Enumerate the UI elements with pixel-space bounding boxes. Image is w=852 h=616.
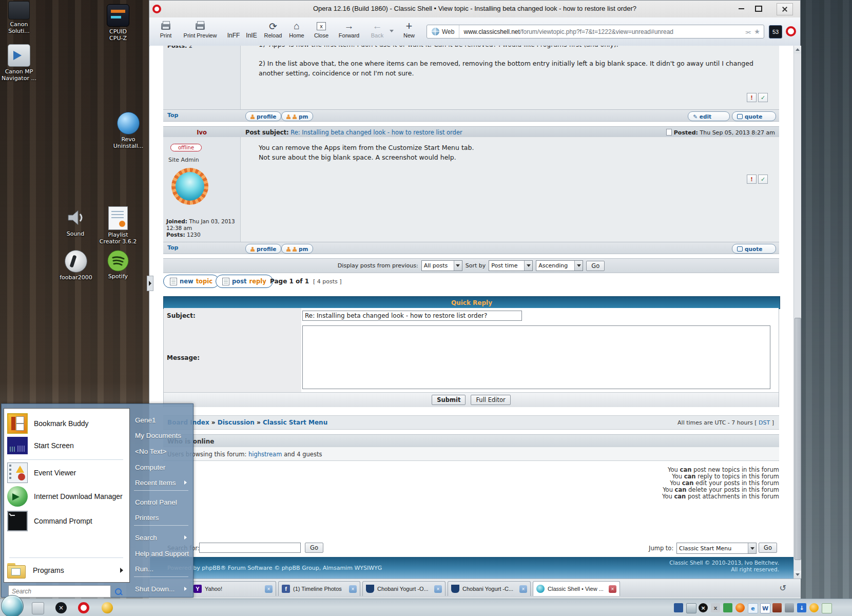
report-post-button[interactable]: !	[747, 175, 757, 184]
quote-button[interactable]: quote	[732, 111, 776, 121]
menu-item-printers[interactable]: Printers	[135, 511, 190, 524]
quicklaunch-gold-icon[interactable]	[102, 602, 113, 613]
bookmark-star-icon[interactable]: ★	[754, 28, 760, 35]
user-link[interactable]: highstream	[248, 451, 282, 458]
tray-display-icon[interactable]	[674, 603, 683, 612]
url-text[interactable]: www.classicshell.net/forum/viewtopic.php…	[459, 28, 745, 35]
quicklaunch-opera-icon[interactable]	[78, 602, 89, 613]
post-subject-link[interactable]: Re: Installing beta changed look - how t…	[291, 129, 462, 136]
vertical-scrollbar[interactable]	[793, 46, 801, 579]
submit-button[interactable]: Submit	[432, 395, 466, 405]
tray-winrar-icon[interactable]	[772, 603, 782, 612]
display-go-button[interactable]: Go	[586, 261, 605, 271]
new-tab-button[interactable]: + New	[400, 21, 418, 43]
menu-item-start-screen[interactable]: Start Screen	[7, 436, 126, 455]
desktop-icon-revo-uninstaller[interactable]: RevoUninstall...	[105, 112, 151, 149]
closed-tabs-trash-icon[interactable]: ↺	[780, 583, 786, 593]
full-editor-button[interactable]: Full Editor	[471, 395, 510, 405]
close-button[interactable]	[777, 3, 793, 15]
sort-by-select[interactable]: Post time	[489, 260, 533, 271]
sort-dir-select[interactable]: Ascending	[536, 260, 583, 271]
desktop-icon-canon-mp-navigator[interactable]: Canon MPNavigator ...	[0, 44, 42, 82]
print-button[interactable]: Print	[156, 21, 176, 43]
menu-item-idm[interactable]: Internet Download Manager	[7, 486, 126, 507]
pm-button[interactable]: pm	[281, 111, 313, 121]
tray-green-icon[interactable]	[723, 603, 732, 612]
desktop-icon-playlist-creator[interactable]: PlaylistCreator 3.6.2	[95, 206, 141, 245]
start-menu-search-input[interactable]	[8, 585, 111, 598]
display-posts-select[interactable]: All posts	[421, 260, 462, 271]
tray-notes-icon[interactable]	[822, 603, 832, 613]
tab-chobani-2[interactable]: Chobani Yogurt -C... ×	[448, 581, 531, 596]
top-link[interactable]: Top	[167, 244, 178, 251]
menu-item-computer[interactable]: Computer	[135, 460, 190, 474]
tab-close-icon[interactable]: ×	[349, 585, 357, 593]
menu-item-help-and-support[interactable]: Help and Support	[135, 547, 190, 560]
dst-link[interactable]: DST	[759, 419, 770, 426]
start-button[interactable]	[1, 595, 24, 616]
scroll-down-button[interactable]	[794, 571, 801, 579]
pm-button[interactable]: pm	[281, 244, 313, 254]
quicklaunch-x-icon[interactable]: ×	[55, 602, 67, 613]
top-link[interactable]: Top	[167, 112, 178, 119]
menu-item-programs[interactable]: Programs	[7, 561, 126, 580]
title-bar[interactable]: Opera 12.16 (Build 1860) - Classic Shell…	[149, 1, 800, 18]
desktop-icon-sound[interactable]: Sound	[52, 206, 99, 237]
avatar[interactable]	[171, 168, 208, 205]
profile-button[interactable]: profile	[245, 244, 281, 254]
tab-close-icon[interactable]: ×	[609, 585, 616, 593]
opera-panel-icon[interactable]	[786, 26, 796, 36]
new-topic-button[interactable]: newtopic	[163, 275, 219, 288]
home-button[interactable]: ⌂ Home	[286, 21, 307, 43]
forum-search-go-button[interactable]: Go	[305, 543, 323, 553]
menu-item-my-documents[interactable]: My Documents	[135, 429, 190, 442]
desktop-icon-canon-solutions[interactable]: CanonSoluti...	[0, 1, 42, 34]
menu-item-control-panel[interactable]: Control Panel	[135, 495, 190, 509]
post-author[interactable]: Ivo	[163, 129, 240, 136]
menu-item-shut-down[interactable]: Shut Down...	[135, 582, 190, 595]
menu-item-search[interactable]: Search	[135, 531, 190, 544]
subject-input[interactable]	[302, 311, 522, 321]
profile-button[interactable]: profile	[245, 111, 281, 121]
menu-item-event-viewer[interactable]: Event Viewer	[7, 462, 126, 484]
address-bar[interactable]: Web www.classicshell.net/forum/viewtopic…	[427, 25, 764, 38]
jump-go-button[interactable]: Go	[759, 543, 777, 553]
address-mode[interactable]: Web	[427, 25, 459, 38]
opera-panel-toggle[interactable]	[147, 276, 153, 291]
tab-timeline-photos[interactable]: f (1) Timeline Photos ×	[278, 581, 360, 596]
tray-word-icon[interactable]: W	[760, 603, 770, 613]
minimize-button[interactable]	[733, 3, 749, 14]
tray-drive-icon[interactable]	[785, 603, 794, 612]
tray-x-app-icon[interactable]: ×	[699, 603, 708, 612]
badge-53-icon[interactable]: 53	[769, 25, 782, 38]
desktop-icon-foobar2000[interactable]: foobar2000	[53, 250, 99, 281]
inff-button[interactable]: InFF	[224, 21, 243, 43]
scroll-up-button[interactable]	[794, 46, 801, 53]
print-preview-button[interactable]: Print Preview	[178, 21, 222, 43]
quicklaunch-window-icon[interactable]	[32, 602, 44, 614]
tab-close-icon[interactable]: ×	[519, 585, 527, 593]
inie-button[interactable]: InIE	[243, 21, 260, 43]
tray-idm-icon[interactable]: ↓	[797, 603, 806, 612]
breadcrumb-section[interactable]: Classic Start Menu	[263, 419, 327, 426]
forward-button[interactable]: → Forward	[335, 21, 363, 43]
message-textarea[interactable]	[302, 325, 770, 389]
tab-close-icon[interactable]: ×	[434, 585, 442, 593]
tab-yahoo[interactable]: Y Yahoo! ×	[190, 581, 276, 596]
approve-post-button[interactable]: ✓	[758, 175, 768, 184]
tray-ie-icon[interactable]: e	[748, 603, 758, 613]
report-post-button[interactable]: !	[747, 93, 757, 102]
menu-item-bookmark-buddy[interactable]: Bookmark Buddy	[7, 413, 126, 434]
menu-item-run[interactable]: Run...	[135, 562, 190, 575]
scrollbar-thumb[interactable]	[795, 318, 801, 560]
desktop-icon-cpuz[interactable]: CPUIDCPU-Z	[95, 4, 141, 42]
maximize-button[interactable]	[751, 3, 766, 14]
jump-to-select[interactable]: Classic Start Menu	[676, 543, 757, 554]
quote-button[interactable]: quote	[732, 244, 776, 254]
rss-icon[interactable]: ⫘	[746, 28, 751, 35]
reload-button[interactable]: ⟳ Reload	[261, 21, 285, 43]
forum-search-input[interactable]	[199, 543, 301, 553]
edit-post-button[interactable]: ✎edit	[688, 111, 730, 121]
breadcrumb-discussion[interactable]: Discussion	[218, 419, 255, 426]
menu-item-user[interactable]: Gene1	[135, 413, 190, 427]
